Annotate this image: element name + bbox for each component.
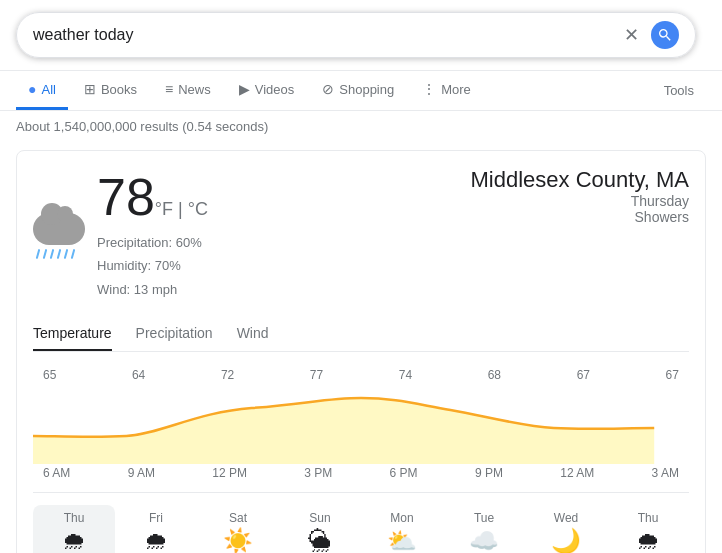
daily-forecast: Thu 🌧 78° 64° Fri 🌧 80° 52° Sat ☀️ 77° 5… <box>33 492 689 553</box>
video-icon: ▶ <box>239 81 250 97</box>
day-name: Thu <box>64 511 85 525</box>
day-icon: 🌙 <box>551 529 581 553</box>
day-icon: 🌧 <box>636 529 660 553</box>
rain-line-1 <box>36 249 41 259</box>
day-icon: ☁️ <box>469 529 499 553</box>
temp-label-4: 74 <box>399 368 412 382</box>
temp-label-0: 65 <box>43 368 56 382</box>
time-label-4: 6 PM <box>390 466 418 480</box>
weather-details-block: Precipitation: 60% Humidity: 70% Wind: 1… <box>97 231 208 301</box>
day-item-tue-5[interactable]: Tue ☁️ 75° 59° <box>443 505 525 553</box>
day-item-thu-0[interactable]: Thu 🌧 78° 64° <box>33 505 115 553</box>
temp-label-6: 67 <box>577 368 590 382</box>
temp-label-7: 67 <box>666 368 679 382</box>
tab-all[interactable]: ● All <box>16 71 68 110</box>
location-name: Middlesex County, MA <box>471 167 689 193</box>
dots-icon: ⋮ <box>422 81 436 97</box>
chart-temp-labels: 65 64 72 77 74 68 67 67 <box>33 368 689 382</box>
time-label-1: 9 AM <box>128 466 155 480</box>
temperature-display: 78°F | °C <box>97 167 208 227</box>
temperature-chart-section: 65 64 72 77 74 68 67 67 6 AM 9 AM 12 PM … <box>33 368 689 480</box>
nav-tabs-bar: ● All ⊞ Books ≡ News ▶ Videos ⊘ Shopping… <box>0 71 722 111</box>
search-submit-button[interactable] <box>651 21 679 49</box>
day-icon: 🌧 <box>62 529 86 553</box>
tools-button[interactable]: Tools <box>652 73 706 108</box>
weather-tab-wind[interactable]: Wind <box>237 317 269 351</box>
time-label-7: 3 AM <box>652 466 679 480</box>
wind-label: Wind: 13 mph <box>97 278 208 301</box>
tag-icon: ⊘ <box>322 81 334 97</box>
rain-lines <box>33 249 85 259</box>
all-icon: ● <box>28 81 36 97</box>
precipitation-label: Precipitation: 60% <box>97 231 208 254</box>
weather-tab-bar: Temperature Precipitation Wind <box>33 317 689 352</box>
search-bar: ✕ <box>16 12 696 58</box>
day-name: Wed <box>554 511 578 525</box>
day-name: Sun <box>309 511 330 525</box>
day-icon: 🌧 <box>144 529 168 553</box>
day-item-sun-3[interactable]: Sun 🌦 77° 59° <box>279 505 361 553</box>
day-name: Sat <box>229 511 247 525</box>
day-icon: 🌦 <box>308 529 332 553</box>
rain-line-2 <box>43 249 48 259</box>
book-icon: ⊞ <box>84 81 96 97</box>
temp-label-1: 64 <box>132 368 145 382</box>
rain-line-6 <box>71 249 76 259</box>
day-icon: ⛅ <box>387 529 417 553</box>
humidity-label: Humidity: 70% <box>97 254 208 277</box>
tab-news[interactable]: ≡ News <box>153 71 223 110</box>
cloud-shape <box>33 213 85 245</box>
time-label-3: 3 PM <box>304 466 332 480</box>
weather-location-block: Middlesex County, MA Thursday Showers <box>471 167 689 225</box>
tab-videos[interactable]: ▶ Videos <box>227 71 307 110</box>
news-icon: ≡ <box>165 81 173 97</box>
rain-line-3 <box>50 249 55 259</box>
day-name: Thu <box>638 511 659 525</box>
weather-condition-text: Showers <box>471 209 689 225</box>
temperature-chart-svg <box>33 384 689 464</box>
search-bar-section: ✕ <box>0 0 722 71</box>
results-count: About 1,540,000,000 results (0.54 second… <box>0 111 722 142</box>
day-item-thu-7[interactable]: Thu 🌧 74° 62° <box>607 505 689 553</box>
clear-search-icon[interactable]: ✕ <box>624 24 639 46</box>
tab-books[interactable]: ⊞ Books <box>72 71 149 110</box>
day-name: Fri <box>149 511 163 525</box>
time-label-2: 12 PM <box>212 466 247 480</box>
day-item-fri-1[interactable]: Fri 🌧 80° 52° <box>115 505 197 553</box>
time-label-0: 6 AM <box>43 466 70 480</box>
day-icon: ☀️ <box>223 529 253 553</box>
weather-card: 78°F | °C Precipitation: 60% Humidity: 7… <box>16 150 706 553</box>
day-name: Mon <box>390 511 413 525</box>
time-label-5: 9 PM <box>475 466 503 480</box>
temperature-value: 78 <box>97 168 155 226</box>
temp-label-3: 77 <box>310 368 323 382</box>
rain-line-5 <box>64 249 69 259</box>
chart-time-labels: 6 AM 9 AM 12 PM 3 PM 6 PM 9 PM 12 AM 3 A… <box>33 466 689 480</box>
tab-shopping[interactable]: ⊘ Shopping <box>310 71 406 110</box>
weather-tab-precipitation[interactable]: Precipitation <box>136 317 213 351</box>
temp-label-2: 72 <box>221 368 234 382</box>
weather-condition-icon <box>33 209 85 259</box>
time-label-6: 12 AM <box>560 466 594 480</box>
weather-top-section: 78°F | °C Precipitation: 60% Humidity: 7… <box>33 167 689 301</box>
day-name: Tue <box>474 511 494 525</box>
day-item-wed-6[interactable]: Wed 🌙 80° 61° <box>525 505 607 553</box>
temperature-unit[interactable]: °F | °C <box>155 199 208 219</box>
weather-temp-block: 78°F | °C Precipitation: 60% Humidity: 7… <box>97 167 208 301</box>
weather-left-panel: 78°F | °C Precipitation: 60% Humidity: 7… <box>33 167 208 301</box>
temp-label-5: 68 <box>488 368 501 382</box>
day-item-mon-4[interactable]: Mon ⛅ 78° 58° <box>361 505 443 553</box>
day-item-sat-2[interactable]: Sat ☀️ 77° 56° <box>197 505 279 553</box>
rain-line-4 <box>57 249 62 259</box>
search-input[interactable] <box>33 26 624 44</box>
weather-day: Thursday <box>471 193 689 209</box>
weather-tab-temperature[interactable]: Temperature <box>33 317 112 351</box>
tab-more[interactable]: ⋮ More <box>410 71 483 110</box>
